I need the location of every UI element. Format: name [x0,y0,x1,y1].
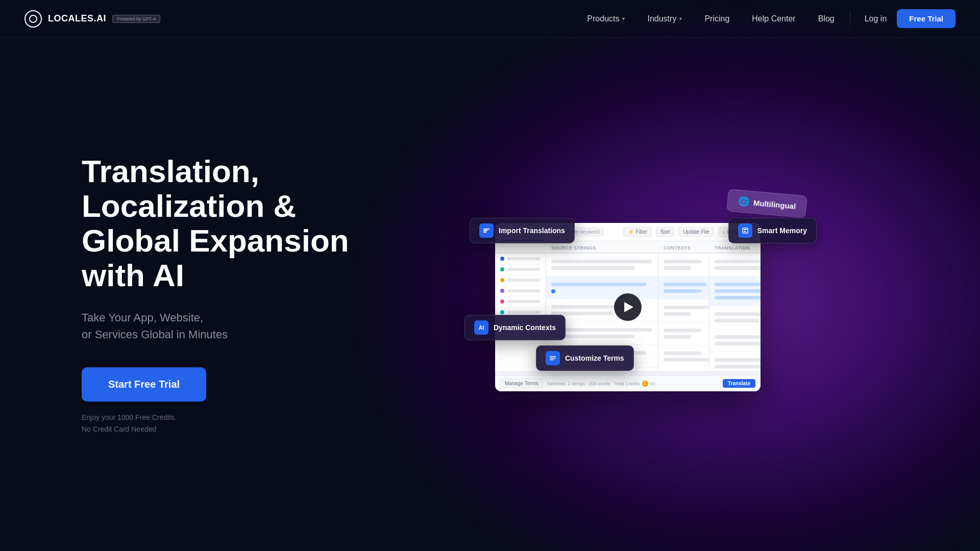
nav-help[interactable]: Help Center [741,0,806,38]
import-translations-pill: Import Translations [470,218,575,243]
chevron-down-icon: ▾ [679,16,682,21]
play-icon [624,302,633,312]
svg-rect-5 [744,231,746,232]
skeleton-row [715,266,761,270]
nav-products[interactable]: Products ▾ [576,0,636,38]
lang-bar [507,268,541,271]
skeleton-row [664,335,691,339]
lang-bar [507,289,541,292]
skeleton-row [664,289,701,293]
skeleton-row [715,335,761,339]
skeleton-row [551,260,652,263]
logo-text: LOCALES.AI [48,13,106,24]
skeleton-row [551,328,652,332]
svg-rect-2 [483,232,486,233]
list-item [495,296,546,307]
translate-icon: 🌐 [738,195,750,208]
translate-button[interactable]: Translate [723,379,755,388]
skeleton-row [715,365,761,368]
free-trial-button[interactable]: Free Trial [897,9,955,28]
selected-info: Selected: 2 strings - 200 words [547,381,610,386]
skeleton-row [551,266,635,270]
skeleton-row [715,260,761,263]
svg-rect-0 [483,229,489,230]
login-link[interactable]: Log in [854,0,897,38]
multilingual-badge: 🌐 Multilingual [726,189,807,218]
hero-title: Translation, Localization & Global Expan… [82,154,368,293]
contexts-column [658,254,709,371]
terms-icon [546,351,560,365]
skeleton-row [715,312,761,316]
skeleton-row [664,329,701,332]
skeleton-row [715,342,761,345]
svg-rect-8 [550,360,554,361]
skeleton-row [664,283,706,286]
skeleton-row [664,266,691,270]
svg-rect-4 [744,229,747,230]
filter-button[interactable]: ⚡ Filter [623,227,652,237]
memory-icon [738,223,752,238]
credits-badge: Total Credits $ 50 [615,381,655,387]
play-button[interactable] [614,293,642,321]
chevron-down-icon: ▾ [622,16,625,21]
import-icon [479,223,494,238]
download-icon: ↓ [723,229,725,235]
hero-visual: 🌐 Multilingual LANGAGE + 🔍 Enter keyword [388,203,898,386]
nav-industry[interactable]: Industry ▾ [636,0,693,38]
list-item [495,286,546,296]
lang-indicator [500,310,504,314]
skeleton-row [664,312,691,316]
nav-pricing[interactable]: Pricing [693,0,741,38]
skeleton-row [715,283,761,286]
lang-bar [507,257,541,260]
dot-indicator [551,289,555,293]
manage-terms-button[interactable]: Manage Terms [500,379,543,388]
dynamic-contexts-pill: AI Dynamic Contexts [464,315,566,340]
lang-indicator [500,299,504,304]
svg-rect-1 [483,230,487,231]
skeleton-row [551,283,646,286]
logo-icon-inner [29,15,37,23]
skeleton-row [664,260,701,263]
lang-indicator [500,257,504,261]
gpt-badge: Powered by GPT-4 [112,15,160,23]
lang-bar [507,311,541,314]
smart-memory-pill: Smart Memory [728,218,817,243]
hero-content: Translation, Localization & Global Expan… [82,154,388,435]
list-item [495,275,546,286]
translation-column [709,254,761,371]
nav-divider [850,12,850,26]
skeleton-row [715,289,761,293]
lang-bar [507,300,541,303]
app-bottom-bar: Manage Terms Selected: 2 strings - 200 w… [495,375,761,391]
nav-links: Products ▾ Industry ▾ Pricing Help Cente… [576,0,955,38]
start-free-trial-button[interactable]: Start Free Trial [82,367,206,402]
skeleton-row [664,358,709,362]
navbar: LOCALES.AI Powered by GPT-4 Products ▾ I… [0,0,980,38]
nav-blog[interactable]: Blog [807,0,846,38]
app-mockup: 🌐 Multilingual LANGAGE + 🔍 Enter keyword [495,203,791,386]
cta-disclaimer: Enjoy your 1000 Free Credits. No Credit … [82,412,368,435]
hero-subtitle: Take Your App, Website, or Services Glob… [82,309,368,343]
ai-icon: AI [474,320,488,335]
sort-button[interactable]: Sort [656,227,674,237]
filter-icon: ⚡ [628,229,634,235]
logo-icon [24,10,42,28]
lang-indicator [500,278,504,282]
skeleton-row [664,306,709,309]
skeleton-row [715,358,761,362]
coin-icon: $ [642,381,648,387]
skeleton-row [664,352,701,355]
lang-indicator [500,289,504,293]
logo[interactable]: LOCALES.AI Powered by GPT-4 [24,10,160,28]
col-header-context: CONTEXTS [658,241,709,253]
lang-bar [507,279,541,282]
svg-rect-3 [743,228,748,233]
customize-terms-pill: Customize Terms [536,345,634,371]
list-item [495,264,546,275]
lang-indicator [500,267,504,271]
update-file-button[interactable]: Update File [678,227,714,237]
svg-rect-7 [550,358,556,359]
skeleton-row [715,296,761,299]
svg-rect-6 [550,356,556,357]
